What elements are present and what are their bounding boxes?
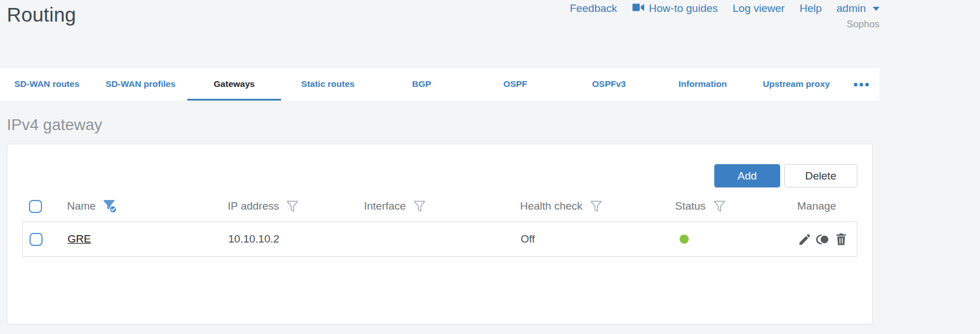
routing-page: Routing Feedback How-to guides Log viewe… [0,0,880,334]
column-header-manage: Manage [797,200,866,212]
table-header-row: Name IP address [22,195,857,217]
tab-bgp[interactable]: BGP [375,68,468,101]
tab-gateways[interactable]: Gateways [187,68,281,101]
howto-guides-label: How-to guides [649,2,718,15]
gateway-panel: Add Delete Name IP ad [7,144,873,324]
table-toolbar: Add Delete [22,144,857,187]
cell-ip-address: 10.10.10.2 [228,233,365,245]
admin-menu-label: admin [836,2,866,15]
tab-information[interactable]: Information [656,68,749,101]
log-viewer-label: Log viewer [732,2,785,15]
delete-button[interactable]: Delete [784,164,857,187]
column-label: IP address [228,200,279,212]
add-button[interactable]: Add [714,164,780,187]
page-header: Routing Feedback How-to guides Log viewe… [0,0,880,67]
main-content: IPv4 gateway Add Delete Name [0,116,880,324]
header-right: Feedback How-to guides Log viewer Help a… [569,2,880,30]
tab-upstream-proxy[interactable]: Upstream proxy [749,68,843,101]
cell-health-check: Off [521,233,676,245]
feedback-link[interactable]: Feedback [569,2,617,15]
select-all-checkbox[interactable] [29,200,42,213]
status-up-indicator [680,235,689,244]
filter-icon[interactable] [712,199,727,214]
column-header-status: Status [675,199,797,214]
routing-tabbar: SD-WAN routes SD-WAN profiles Gateways S… [0,67,880,101]
column-label: Interface [364,200,406,212]
cell-name: GRE [68,233,228,245]
tab-ospf[interactable]: OSPF [468,68,562,101]
column-header-health-check: Health check [520,199,675,214]
delete-icon[interactable] [834,232,848,247]
tab-ospfv3[interactable]: OSPFv3 [562,68,656,101]
column-header-name: Name [67,199,228,214]
ellipsis-icon [853,79,869,89]
column-header-interface: Interface [364,199,520,214]
column-label: Health check [520,200,583,212]
column-label: Name [67,200,96,212]
video-camera-icon [632,2,644,15]
row-checkbox[interactable] [30,233,43,246]
clone-icon[interactable] [815,232,831,247]
edit-icon[interactable] [798,232,812,247]
header-links: Feedback How-to guides Log viewer Help a… [569,2,880,15]
filter-active-icon[interactable] [102,199,118,214]
header-checkbox-cell [22,200,67,213]
help-link[interactable]: Help [799,2,822,15]
tab-sd-wan-routes[interactable]: SD-WAN routes [0,68,94,101]
filter-icon[interactable] [285,199,300,214]
column-label: Status [675,200,706,212]
cell-manage [798,232,867,247]
filter-icon[interactable] [412,199,427,214]
brand-label: Sophos [569,19,880,30]
cell-status [676,235,798,244]
help-label: Help [799,2,822,15]
section-title: IPv4 gateway [7,116,880,134]
admin-menu[interactable]: admin [836,2,880,15]
column-label: Manage [797,200,836,212]
filter-icon[interactable] [589,199,604,214]
tab-sd-wan-profiles[interactable]: SD-WAN profiles [94,68,187,101]
table-row: GRE 10.10.10.2 Off [22,222,857,257]
tab-overflow-button[interactable] [843,68,880,101]
row-checkbox-cell [23,233,68,246]
gateway-name-link[interactable]: GRE [68,233,91,245]
tab-static-routes[interactable]: Static routes [281,68,375,101]
feedback-label: Feedback [569,2,617,15]
log-viewer-link[interactable]: Log viewer [732,2,785,15]
howto-guides-link[interactable]: How-to guides [632,2,718,15]
chevron-down-icon [873,7,880,11]
column-header-ip-address: IP address [228,199,364,214]
